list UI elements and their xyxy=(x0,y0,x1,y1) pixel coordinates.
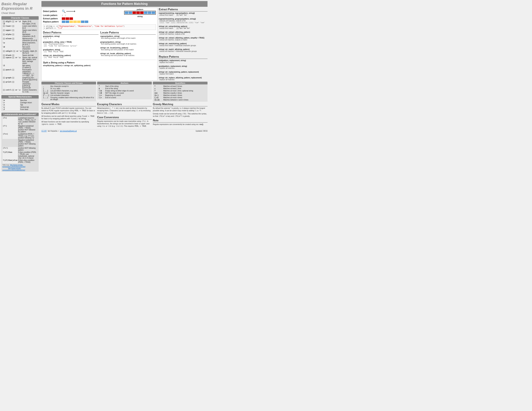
lookaround-link1[interactable]: http://www.regular-expressions.info/look… xyxy=(2,164,25,167)
header-text: Functions for Pattern Matching xyxy=(101,2,148,6)
string-label: string xyxy=(124,15,156,17)
str-match-all-label: extract all matches + individual charact… xyxy=(159,50,208,52)
split-func: strsplit(string, pattern) or stringr::st… xyxy=(43,65,156,67)
list-item: ^Start of the string xyxy=(98,85,151,87)
gsub-func: gsub(pattern, replacement, string) xyxy=(159,65,208,67)
str-extract-label: extract first match [1] "tam" NA "tim" xyxy=(159,27,208,29)
extract-title: Extract Patterns xyxy=(159,8,208,11)
locate-patterns-section: Locate Patterns regexpr(pattern, string)… xyxy=(100,31,156,58)
list-item: [[:blank:]]Space and tab xyxy=(2,54,38,57)
page-title: Basic Regular Expressions in R xyxy=(1,2,39,11)
lookaround-link2[interactable]: http://www.regular-expressions.info/cond… xyxy=(2,167,25,171)
main-header: Functions for Pattern Matching xyxy=(41,1,208,7)
list-item: \\BNOT the edge of a word xyxy=(98,92,151,94)
list-item: Negative lookbehind (PERL = TRUE); posit… xyxy=(2,139,38,147)
list-item: \rCarriage return xyxy=(2,102,38,104)
regexpr-desc: find starting position and length of fir… xyxy=(100,37,156,39)
str-locate-all-func: stringr::str_locate_all(string, pattern) xyxy=(100,53,156,55)
list-item: \wWord characters; [A-z0-9_] xyxy=(2,42,38,46)
char-classes-groups-header: Character Classes and Groups xyxy=(41,82,96,85)
replace-blocks xyxy=(62,20,88,23)
gsub-label: replace all matches xyxy=(159,67,208,69)
lookarounds-header: Lookaraounds and Conditionals* xyxy=(1,113,39,116)
anchors-section: Anchors ^Start of the string $End of the… xyxy=(97,82,152,102)
list-item: [[:alnum:]]Alphanumeric characters [A-z0… xyxy=(2,38,38,42)
list-item: [[:lower:]]Lower-case letters; [a-z] xyxy=(2,25,38,29)
list-item: \SNot space; [^[:space:]] xyxy=(2,64,38,69)
case-conversions-title: Case Conversions xyxy=(97,116,152,119)
detect-arrow: 🔍 xyxy=(62,10,75,13)
list-item: [[:upper:]]Upper-case letters; [A-Z] xyxy=(2,29,38,33)
lookarounds-content: (?=)Lookahead (requires PERL = TRUE), e.… xyxy=(1,116,39,172)
extract-label: Extract pattern xyxy=(43,17,60,20)
str-detect-func: stringr::str_detect(string, pattern) xyxy=(43,55,98,57)
list-item: \nNew line xyxy=(2,99,38,102)
list-item: [[:graph:]]Graphical char.; [[:alnum:]][… xyxy=(2,76,38,81)
str-locate-all-desc: find starting and end position of all ma… xyxy=(100,55,156,57)
anchors-header: Anchors xyxy=(97,82,152,85)
string-diagram: pattern string xyxy=(124,11,156,17)
list-item: [[:print:]]Printable characters; [[:alnu… xyxy=(2,81,38,89)
str-extract-all-label: extract all matches, outputs a list xyxy=(159,33,208,35)
list-item: [[:digit:]] or \dDigits; [0-9] xyxy=(2,20,38,23)
case-conversions-text: Regular expressions can be made case ins… xyxy=(97,120,152,127)
footer-left: CC BY Ian Kopacka • ian.kopacka@ages.at xyxy=(41,130,77,132)
grepl-func: grepl(pattern, string) xyxy=(43,49,98,51)
greedy-section: Greedy Matching By default the asterisk … xyxy=(153,103,208,128)
gregexpr-func: gregexpr(pattern, string) xyxy=(100,41,156,43)
locate-label: Locate pattern xyxy=(43,14,60,17)
regexpr-func: regexpr(pattern, string) xyxy=(100,35,156,37)
str-locate-func: stringr::str_locate(string, pattern) xyxy=(100,47,156,49)
cc-link[interactable]: CC BY xyxy=(41,130,47,132)
str-extract-all-func: stringr::str_extract_all(string, pattern… xyxy=(159,31,208,33)
pattern-diagram: Detect pattern 🔍 Locate pattern xyxy=(41,8,157,81)
note-text: Regular expressions can conveniently be … xyxy=(153,123,208,126)
list-item: [[:punct:]]Punctuation characters; !"#$%… xyxy=(2,69,38,76)
anchors-content: ^Start of the string $End of the string … xyxy=(97,85,152,99)
list-item: \WNon-word characters xyxy=(2,46,38,50)
list-item: (?<!)position NOT following pattern xyxy=(2,147,38,151)
list-item: *Matches at least 0 times xyxy=(154,85,207,87)
special-metacharacters-content: \nNew line \rCarriage return \tTab \vVer… xyxy=(1,98,39,111)
grep-func: grep(pattern, string) xyxy=(43,35,98,37)
sidebar: Basic Regular Expressions in R Cheat She… xyxy=(0,0,40,173)
page-subtitle: Cheat Sheet xyxy=(1,12,39,14)
list-item: ?(if)then|elseIf-then-else-condition (PE… xyxy=(2,159,38,163)
str-replace-func: stringr::str_replace(string, pattern, re… xyxy=(159,71,208,73)
list-item: \fForm feed xyxy=(2,108,38,111)
footer-email[interactable]: ian.kopacka@ages.at xyxy=(60,130,76,132)
str-replace-all-func: stringr::str_replace_all(string, pattern… xyxy=(159,77,208,79)
regmatches-label: extract first match [1] "tam" "tim" xyxy=(159,14,208,16)
list-item: (?!)Negative lookahead (PERL = TRUE); po… xyxy=(2,125,38,133)
list-item: [[:space:]] or \sSpace, tab, vertical ta… xyxy=(2,57,38,64)
list-item: (?<=)Lookbehind (PERL = TRUE), e.g. (?<=… xyxy=(2,133,38,139)
escaping-title: Escaping Characters xyxy=(97,103,152,106)
locate-arrows: ↑ ↑ xyxy=(62,14,66,17)
str-detect-result: [1] TRUE FALSE TRUE xyxy=(43,57,98,58)
general-modes-text: By default R uses POSIX extended regular… xyxy=(41,107,96,125)
list-item: [^...]List excluded characters xyxy=(42,94,95,96)
str-replace-all-label: replace all matches xyxy=(159,79,208,81)
list-item: [a-z]Specify character ranges xyxy=(42,92,95,94)
replace-title: Replace Patterns xyxy=(159,55,208,59)
grep-value-func: grep(pattern, string, value = TRUE) xyxy=(43,41,98,43)
extract-patterns-section: Extract Patterns regmatches(string, rege… xyxy=(159,8,208,81)
main-content: Functions for Pattern Matching Detect pa… xyxy=(40,0,209,173)
list-item: [...]List permitted characters, e.g. [ab… xyxy=(42,90,95,92)
detect-patterns-section: Detect Patterns grep(pattern, string) [1… xyxy=(43,31,98,58)
list-item: $End of the string xyxy=(98,87,151,90)
list-item: [[:cntrl:]] or \cControl characters; \n,… xyxy=(2,89,38,93)
grepl-result: [1] TRUE FALSE TRUE xyxy=(43,51,98,53)
list-item: \DNon-digits; [^0-9] xyxy=(2,23,38,25)
code-example: > string <- c("Hiphopopotamus", "Rhymeno… xyxy=(43,24,156,30)
quantifiers-header: Quantifiers xyxy=(153,82,208,85)
character-classes-content: [[:digit:]] or \dDigits; [0-9] \DNon-dig… xyxy=(1,20,39,94)
list-item: ?Matches at most 1 time; optional string xyxy=(154,90,207,92)
char-classes-groups-content: .Any character except \n |Or, e.g. (a|b)… xyxy=(41,85,96,101)
str-match-all-func: stringr::str_match_all(string, pattern) xyxy=(159,48,208,50)
list-item: {,n}Matches at most n times xyxy=(154,96,207,99)
special-metacharacters-header: Special Metacharacters xyxy=(1,95,39,98)
regmatches-all-label: extracts all matches, outputs a list xyxy=(159,20,208,22)
list-item: \tTab xyxy=(2,104,38,106)
extract-blocks xyxy=(62,17,73,20)
